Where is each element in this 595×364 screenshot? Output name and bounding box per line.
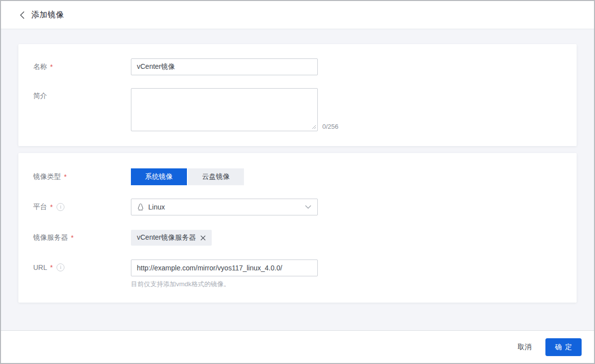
url-label: URL* i — [33, 260, 131, 271]
url-field-wrap: 目前仅支持添加vmdk格式的镜像。 — [131, 260, 318, 289]
image-server-label: 镜像服务器* — [33, 233, 131, 242]
remove-tag-button[interactable] — [200, 235, 206, 241]
url-input[interactable] — [131, 260, 318, 276]
linux-penguin-icon — [137, 203, 144, 211]
platform-label: 平台* i — [33, 203, 131, 211]
toggle-option-volume-image[interactable]: 云盘镜像 — [188, 168, 244, 185]
description-field-wrap: 0/256 — [131, 88, 318, 131]
basic-info-card: 名称* 简介 0/256 — [18, 44, 577, 146]
image-server-tag-text: vCenter镜像服务器 — [137, 233, 196, 242]
back-button[interactable] — [20, 11, 25, 19]
name-label: 名称* — [33, 62, 131, 71]
description-label: 简介 — [33, 88, 131, 101]
image-server-row: 镜像服务器* vCenter镜像服务器 — [33, 230, 562, 246]
char-counter: 0/256 — [322, 123, 339, 130]
cancel-button[interactable]: 取消 — [511, 339, 538, 356]
required-asterisk: * — [64, 173, 66, 181]
image-type-toggle: 系统镜像 云盘镜像 — [131, 168, 244, 185]
page-title: 添加镜像 — [31, 10, 64, 20]
chevron-left-icon — [20, 11, 25, 19]
image-server-tag: vCenter镜像服务器 — [131, 230, 212, 246]
name-row: 名称* — [33, 58, 562, 75]
close-icon — [200, 235, 206, 241]
name-input[interactable] — [131, 58, 318, 75]
toggle-option-system-image[interactable]: 系统镜像 — [131, 168, 187, 185]
url-row: URL* i 目前仅支持添加vmdk格式的镜像。 — [33, 260, 562, 289]
form-content: 名称* 简介 0/256 — [1, 29, 594, 330]
info-icon[interactable]: i — [57, 203, 64, 211]
platform-row: 平台* i Linux — [33, 199, 562, 215]
required-asterisk: * — [50, 263, 53, 271]
info-icon[interactable]: i — [57, 263, 64, 271]
footer-action-bar: 取消 确定 — [1, 330, 594, 363]
description-textarea[interactable] — [131, 88, 318, 131]
image-detail-card: 镜像类型* 系统镜像 云盘镜像 平台* i — [18, 153, 577, 303]
url-hint: 目前仅支持添加vmdk格式的镜像。 — [131, 280, 318, 289]
chevron-down-icon — [305, 205, 311, 209]
page-header: 添加镜像 — [1, 1, 594, 29]
required-asterisk: * — [50, 203, 53, 211]
confirm-button[interactable]: 确定 — [545, 338, 582, 356]
required-asterisk: * — [71, 234, 73, 242]
image-type-label: 镜像类型* — [33, 172, 131, 181]
required-asterisk: * — [50, 63, 53, 71]
platform-selected-value: Linux — [148, 203, 165, 211]
add-image-window: 添加镜像 名称* 简介 0/2 — [0, 0, 595, 364]
description-row: 简介 0/256 — [33, 88, 562, 131]
platform-select[interactable]: Linux — [131, 199, 318, 215]
image-type-row: 镜像类型* 系统镜像 云盘镜像 — [33, 168, 562, 185]
